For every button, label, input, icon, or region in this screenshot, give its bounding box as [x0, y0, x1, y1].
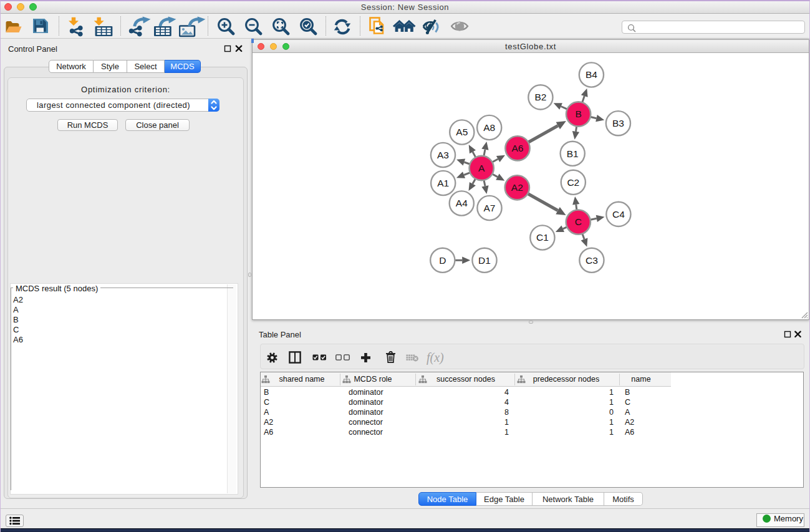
svg-text:C4: C4 — [612, 209, 625, 220]
svg-text:A2: A2 — [511, 182, 523, 193]
svg-text:A3: A3 — [437, 150, 449, 160]
svg-text:A6: A6 — [512, 143, 524, 153]
svg-text:D: D — [439, 255, 446, 266]
svg-text:B2: B2 — [534, 92, 546, 102]
svg-text:C2: C2 — [567, 177, 579, 188]
svg-text:D1: D1 — [478, 255, 491, 266]
svg-text:A5: A5 — [456, 127, 468, 137]
svg-text:C3: C3 — [586, 255, 598, 266]
svg-text:A7: A7 — [484, 203, 496, 213]
svg-text:A8: A8 — [483, 122, 495, 133]
svg-text:A: A — [478, 163, 485, 173]
svg-text:A4: A4 — [456, 198, 468, 208]
svg-text:B3: B3 — [612, 118, 624, 128]
svg-text:B1: B1 — [567, 148, 579, 159]
svg-text:B: B — [575, 109, 581, 119]
svg-text:A1: A1 — [437, 178, 449, 188]
svg-text:C1: C1 — [536, 232, 549, 243]
svg-text:B4: B4 — [586, 69, 597, 80]
svg-text:C: C — [575, 216, 582, 227]
